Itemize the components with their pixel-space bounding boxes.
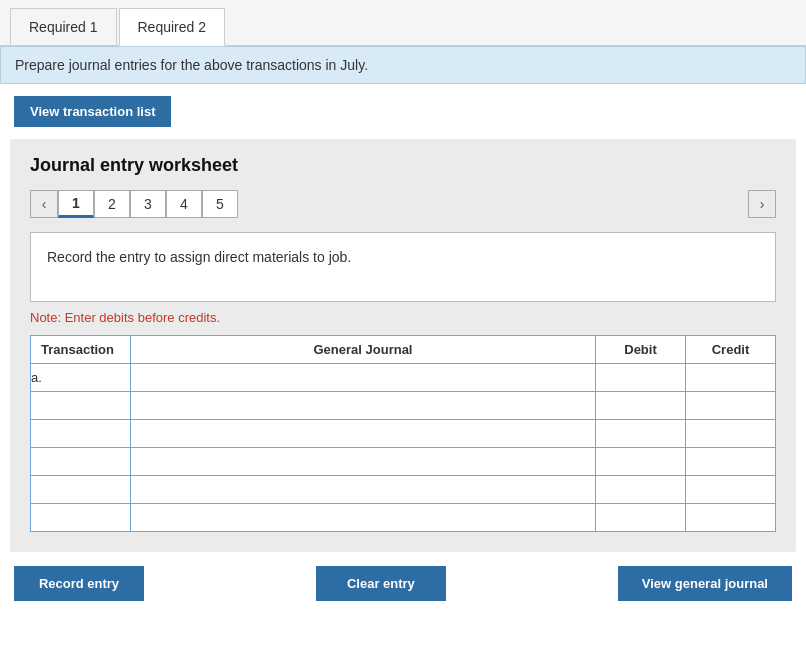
cell-journal-1[interactable] (131, 392, 596, 420)
record-entry-button[interactable]: Record entry (14, 566, 144, 601)
input-journal-2[interactable] (131, 420, 595, 447)
cell-credit-1[interactable] (686, 392, 776, 420)
step-3[interactable]: 3 (130, 190, 166, 218)
table-row (31, 448, 776, 476)
input-credit-2[interactable] (686, 420, 775, 447)
view-general-journal-button[interactable]: View general journal (618, 566, 792, 601)
cell-debit-5[interactable] (596, 504, 686, 532)
input-debit-0[interactable] (596, 364, 685, 391)
cell-credit-4[interactable] (686, 476, 776, 504)
cell-credit-0[interactable] (686, 364, 776, 392)
step-4[interactable]: 4 (166, 190, 202, 218)
cell-transaction-3 (31, 448, 131, 476)
cell-journal-3[interactable] (131, 448, 596, 476)
instruction-box: Record the entry to assign direct materi… (30, 232, 776, 302)
cell-transaction-0: a. (31, 364, 131, 392)
cell-transaction-2 (31, 420, 131, 448)
input-credit-5[interactable] (686, 504, 775, 531)
step-prev-button[interactable]: ‹ (30, 190, 58, 218)
input-debit-3[interactable] (596, 448, 685, 475)
journal-entry-worksheet: Journal entry worksheet ‹ 1 2 3 4 5 › Re… (10, 139, 796, 552)
cell-journal-2[interactable] (131, 420, 596, 448)
step-2[interactable]: 2 (94, 190, 130, 218)
input-debit-5[interactable] (596, 504, 685, 531)
step-1[interactable]: 1 (58, 190, 94, 218)
cell-journal-0[interactable] (131, 364, 596, 392)
cell-debit-3[interactable] (596, 448, 686, 476)
info-bar: Prepare journal entries for the above tr… (0, 46, 806, 84)
col-header-credit: Credit (686, 336, 776, 364)
cell-journal-5[interactable] (131, 504, 596, 532)
input-credit-3[interactable] (686, 448, 775, 475)
input-credit-0[interactable] (686, 364, 775, 391)
table-row (31, 392, 776, 420)
cell-credit-5[interactable] (686, 504, 776, 532)
input-journal-3[interactable] (131, 448, 595, 475)
input-credit-4[interactable] (686, 476, 775, 503)
input-debit-4[interactable] (596, 476, 685, 503)
col-header-debit: Debit (596, 336, 686, 364)
step-next-button[interactable]: › (748, 190, 776, 218)
input-journal-5[interactable] (131, 504, 595, 531)
cell-debit-1[interactable] (596, 392, 686, 420)
step-navigation: ‹ 1 2 3 4 5 › (30, 190, 776, 218)
table-row (31, 476, 776, 504)
clear-entry-button[interactable]: Clear entry (316, 566, 446, 601)
worksheet-title: Journal entry worksheet (30, 155, 776, 176)
cell-transaction-1 (31, 392, 131, 420)
table-row (31, 420, 776, 448)
tab-required1[interactable]: Required 1 (10, 8, 117, 45)
input-journal-0[interactable] (131, 364, 595, 391)
cell-credit-2[interactable] (686, 420, 776, 448)
cell-debit-4[interactable] (596, 476, 686, 504)
col-header-journal: General Journal (131, 336, 596, 364)
cell-transaction-5 (31, 504, 131, 532)
cell-credit-3[interactable] (686, 448, 776, 476)
journal-table: Transaction General Journal Debit Credit… (30, 335, 776, 532)
instruction-text: Record the entry to assign direct materi… (47, 249, 351, 265)
step-5[interactable]: 5 (202, 190, 238, 218)
table-row: a. (31, 364, 776, 392)
tab-required2[interactable]: Required 2 (119, 8, 226, 46)
input-debit-1[interactable] (596, 392, 685, 419)
cell-transaction-4 (31, 476, 131, 504)
cell-journal-4[interactable] (131, 476, 596, 504)
cell-debit-2[interactable] (596, 420, 686, 448)
input-credit-1[interactable] (686, 392, 775, 419)
info-bar-text: Prepare journal entries for the above tr… (15, 57, 368, 73)
tabs-bar: Required 1 Required 2 (0, 0, 806, 46)
note-text: Note: Enter debits before credits. (30, 310, 776, 325)
bottom-buttons: Record entry Clear entry View general jo… (14, 566, 792, 601)
cell-debit-0[interactable] (596, 364, 686, 392)
input-journal-4[interactable] (131, 476, 595, 503)
col-header-transaction: Transaction (31, 336, 131, 364)
input-journal-1[interactable] (131, 392, 595, 419)
input-debit-2[interactable] (596, 420, 685, 447)
table-row (31, 504, 776, 532)
view-transaction-button[interactable]: View transaction list (14, 96, 171, 127)
